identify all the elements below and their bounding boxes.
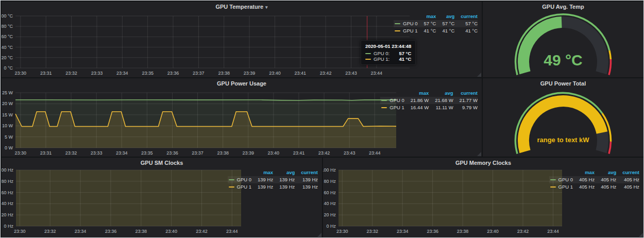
series-dash-icon (229, 186, 234, 188)
svg-text:23:43: 23:43 (344, 150, 355, 156)
legend-header-max: max (573, 169, 595, 176)
panel-resize-handle[interactable] (317, 233, 321, 237)
stat-avg: 41 °C (436, 27, 454, 35)
series-dash-icon (365, 59, 371, 60)
legend-header-avg: avg (595, 169, 616, 176)
svg-text:23:39: 23:39 (244, 71, 256, 76)
series-name: GPU 0 (558, 177, 573, 182)
tooltip-timestamp: 2020-05-01 23:44:48 (365, 43, 411, 49)
svg-text:23:40: 23:40 (268, 150, 280, 156)
svg-text:40 Hz: 40 Hz (324, 201, 336, 206)
svg-text:23:30: 23:30 (336, 229, 348, 234)
svg-text:23:33: 23:33 (91, 71, 103, 76)
panel-title-gpu-avg-temp[interactable]: GPU Avg. Temp (483, 4, 643, 10)
svg-text:23:42: 23:42 (517, 229, 529, 234)
panel-title-gpu-sm-clocks[interactable]: GPU SM Clocks (2, 160, 322, 166)
svg-text:23:34: 23:34 (397, 229, 409, 234)
svg-text:20 Hz: 20 Hz (2, 212, 13, 217)
legend-header-avg: avg (273, 169, 295, 176)
svg-text:5 W: 5 W (5, 134, 13, 140)
svg-text:23:33: 23:33 (91, 150, 103, 156)
svg-text:60 Hz: 60 Hz (2, 190, 13, 195)
svg-text:23:34: 23:34 (75, 229, 87, 234)
legend-header-max: max (404, 90, 429, 97)
svg-text:23:43: 23:43 (345, 71, 357, 76)
svg-text:23:39: 23:39 (242, 150, 254, 156)
legend-header-max: max (418, 13, 436, 20)
svg-text:23:31: 23:31 (40, 150, 52, 156)
svg-text:23:42: 23:42 (320, 71, 332, 76)
svg-text:0 °C: 0 °C (4, 65, 13, 71)
stat-max: 57 °C (418, 20, 436, 27)
legend-header-row: max avg current (380, 90, 478, 97)
stat-current: 21.77 W (453, 97, 478, 104)
svg-text:23:44: 23:44 (547, 229, 559, 234)
stat-avg: 21.68 W (429, 97, 453, 104)
panel-gpu-memory-clocks: GPU Memory Clocks 0 Hz20 Hz40 Hz60 Hz80 … (323, 158, 643, 237)
panel-title-gpu-memory-clocks[interactable]: GPU Memory Clocks (323, 160, 643, 166)
svg-text:23:42: 23:42 (318, 150, 330, 156)
graph-tooltip: 2020-05-01 23:44:48 GPU 0: 57 °C GPU 1: … (361, 40, 416, 65)
svg-text:23:38: 23:38 (457, 229, 469, 234)
stat-max: 21.86 W (404, 97, 429, 104)
chevron-down-icon: ▾ (265, 5, 268, 10)
legend-header-current: current (454, 13, 478, 20)
svg-text:23:40: 23:40 (487, 229, 499, 234)
legend-row-gpu0: GPU 0 57 °C 57 °C 57 °C (394, 20, 478, 27)
panel-title-gpu-power-total[interactable]: GPU Power Total (483, 80, 643, 87)
legend-gpu-power-usage: max avg current GPU 0 21.86 W 21.68 W 21… (380, 90, 478, 111)
svg-text:0 W: 0 W (5, 145, 13, 150)
stat-current: 57 °C (454, 20, 478, 27)
panel-resize-handle[interactable] (477, 152, 481, 156)
legend-row-gpu1: GPU 1 16.44 W 11.11 W 9.79 W (380, 104, 478, 111)
stat-avg: 57 °C (436, 20, 454, 27)
panel-title-text: GPU Temperature (215, 4, 263, 10)
svg-text:23:40: 23:40 (269, 71, 281, 76)
legend-row-gpu0: GPU 0 405 Hz 405 Hz 405 Hz (549, 176, 639, 183)
grafana-dashboard: GPU Temperature▾ 0 °C20 °C40 °C60 °C80 °… (0, 0, 644, 238)
stat-max: 139 Hz (251, 183, 273, 191)
svg-text:23:32: 23:32 (44, 229, 56, 234)
panel-title-gpu-temperature[interactable]: GPU Temperature▾ (2, 4, 482, 10)
svg-text:25 W: 25 W (2, 90, 13, 95)
series-dash-icon (550, 186, 556, 188)
stat-current: 405 Hz (616, 176, 639, 183)
svg-text:23:36: 23:36 (167, 71, 179, 76)
legend-row-gpu0: GPU 0 139 Hz 139 Hz 139 Hz (228, 176, 318, 183)
stat-max: 405 Hz (573, 176, 595, 183)
panel-gpu-power-usage: GPU Power Usage 0 W5 W10 W15 W20 W25 W23… (2, 78, 482, 157)
stat-current: 9.79 W (453, 104, 478, 111)
series-dash-icon (395, 23, 400, 24)
svg-text:23:32: 23:32 (65, 71, 77, 76)
panel-gpu-sm-clocks: GPU SM Clocks 0 Hz20 Hz40 Hz60 Hz80 Hz10… (2, 158, 322, 237)
legend-row-gpu1: GPU 1 139 Hz 139 Hz 139 Hz (228, 183, 318, 191)
panel-title-gpu-power-usage[interactable]: GPU Power Usage (2, 80, 482, 87)
svg-text:23:40: 23:40 (165, 229, 177, 234)
legend-header-row: max avg current (228, 169, 318, 176)
series-dash-icon (365, 53, 371, 54)
legend-header-avg: avg (429, 90, 453, 97)
svg-text:20 W: 20 W (2, 101, 13, 106)
legend-gpu-memory-clocks: max avg current GPU 0 405 Hz 405 Hz 405 … (549, 169, 639, 191)
svg-text:23:35: 23:35 (142, 71, 154, 76)
svg-text:23:41: 23:41 (293, 150, 305, 156)
svg-text:23:36: 23:36 (166, 150, 178, 156)
series-name: GPU 1 (237, 184, 252, 190)
series-dash-icon (550, 179, 556, 180)
legend-gpu-sm-clocks: max avg current GPU 0 139 Hz 139 Hz 139 … (228, 169, 318, 191)
panel-resize-handle[interactable] (477, 73, 481, 77)
legend-row-gpu1: GPU 1 41 °C 41 °C 41 °C (394, 27, 478, 35)
panel-resize-handle[interactable] (639, 233, 643, 237)
legend-row-gpu1: GPU 1 405 Hz 405 Hz 405 Hz (549, 183, 639, 191)
legend-header-current: current (616, 169, 639, 176)
svg-text:23:44: 23:44 (371, 71, 383, 76)
svg-text:23:34: 23:34 (116, 150, 128, 156)
svg-text:60 °C: 60 °C (2, 34, 13, 39)
tooltip-row-gpu0: GPU 0: 57 °C (365, 50, 411, 56)
svg-text:23:37: 23:37 (192, 150, 204, 156)
svg-text:23:38: 23:38 (135, 229, 147, 234)
svg-text:0 Hz: 0 Hz (326, 224, 336, 229)
stat-avg: 139 Hz (273, 176, 295, 183)
series-dash-icon (381, 107, 387, 108)
svg-text:40 Hz: 40 Hz (2, 201, 13, 206)
